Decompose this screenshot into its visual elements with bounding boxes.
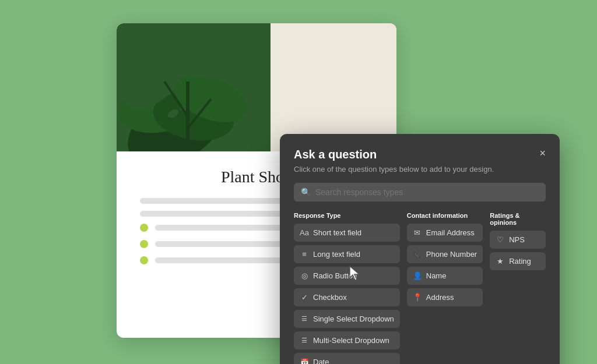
- short-text-icon: Aa: [300, 228, 309, 237]
- long-text-label: Long text field: [313, 250, 360, 259]
- radio-button-icon: ◎: [300, 271, 309, 280]
- nps-icon: ♡: [496, 235, 505, 244]
- multi-select-label: Multi-Select Dropdown: [313, 336, 389, 345]
- form-dot-2: [140, 240, 148, 248]
- name-label: Name: [426, 271, 447, 280]
- columns-area: Response Type Aa Short text field ≡ Long…: [294, 212, 546, 364]
- search-box[interactable]: 🔍: [294, 183, 546, 202]
- column-response-type: Response Type Aa Short text field ≡ Long…: [294, 212, 400, 364]
- single-select-icon: ☰: [300, 315, 309, 323]
- email-icon: ✉: [413, 228, 422, 237]
- plant-image-area: [117, 23, 271, 151]
- modal-subtitle: Click one of the question types below to…: [294, 165, 546, 174]
- ask-question-modal: Ask a question × Click one of the questi…: [280, 134, 560, 364]
- form-bg-right: [271, 23, 396, 151]
- checkbox-icon: ✓: [300, 293, 309, 302]
- column-ratings: Ratings & opinions ♡ NPS ★ Rating: [490, 212, 546, 364]
- column-header-ratings: Ratings & opinions: [490, 212, 546, 226]
- rating-label: Rating: [509, 257, 531, 266]
- type-item-radio-button[interactable]: ◎ Radio Button: [294, 267, 400, 285]
- email-label: Email Address: [426, 228, 475, 237]
- type-item-nps[interactable]: ♡ NPS: [490, 231, 546, 249]
- modal-header: Ask a question ×: [294, 148, 546, 161]
- type-item-name[interactable]: 👤 Name: [407, 267, 483, 285]
- type-item-address[interactable]: 📍 Address: [407, 288, 483, 306]
- type-item-phone[interactable]: 📞 Phone Number: [407, 245, 483, 263]
- search-input[interactable]: [315, 188, 539, 197]
- column-contact-info: Contact information ✉ Email Address 📞 Ph…: [407, 212, 483, 364]
- type-item-long-text[interactable]: ≡ Long text field: [294, 245, 400, 263]
- short-text-label: Short text field: [313, 228, 361, 237]
- long-text-icon: ≡: [300, 250, 309, 259]
- type-item-email[interactable]: ✉ Email Address: [407, 224, 483, 242]
- name-icon: 👤: [413, 271, 422, 280]
- date-icon: 📅: [300, 358, 309, 365]
- phone-label: Phone Number: [426, 250, 477, 259]
- column-header-response-type: Response Type: [294, 212, 400, 219]
- modal-close-button[interactable]: ×: [539, 148, 546, 158]
- type-item-checkbox[interactable]: ✓ Checkbox: [294, 288, 400, 306]
- column-header-contact: Contact information: [407, 212, 483, 219]
- date-label: Date: [313, 358, 329, 364]
- address-label: Address: [426, 293, 454, 302]
- nps-label: NPS: [509, 235, 525, 244]
- radio-button-label: Radio Button: [313, 271, 357, 280]
- type-item-rating[interactable]: ★ Rating: [490, 252, 546, 270]
- form-dot-1: [140, 224, 148, 232]
- checkbox-label: Checkbox: [313, 293, 347, 302]
- form-preview-top: [117, 23, 396, 151]
- type-item-short-text[interactable]: Aa Short text field: [294, 224, 400, 242]
- form-dot-3: [140, 256, 148, 264]
- single-select-label: Single Select Dropdown: [313, 314, 394, 323]
- type-item-single-select[interactable]: ☰ Single Select Dropdown: [294, 310, 400, 328]
- search-icon: 🔍: [301, 188, 311, 197]
- multi-select-icon: ☰: [300, 337, 309, 344]
- rating-icon: ★: [496, 257, 505, 266]
- phone-icon: 📞: [413, 250, 422, 259]
- type-item-multi-select[interactable]: ☰ Multi-Select Dropdown: [294, 331, 400, 349]
- modal-title: Ask a question: [294, 148, 377, 161]
- address-icon: 📍: [413, 293, 422, 302]
- type-item-date[interactable]: 📅 Date: [294, 353, 400, 364]
